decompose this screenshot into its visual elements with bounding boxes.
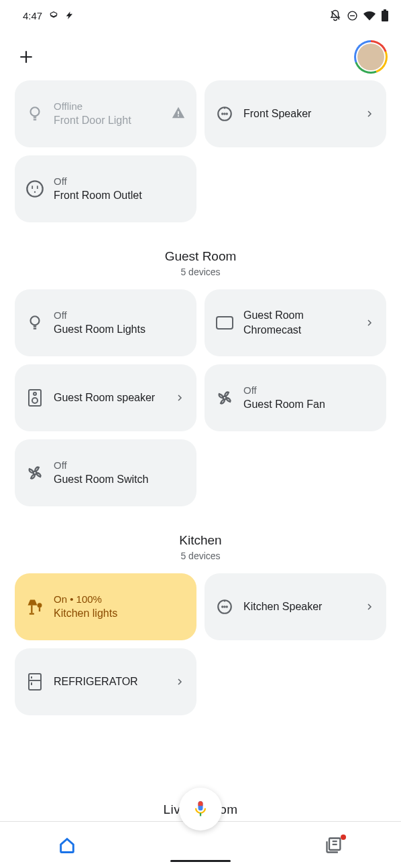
chevron-right-icon [363,317,376,329]
svg-rect-15 [217,317,233,329]
device-title: Front Door Light [54,113,163,128]
device-title: REFRIGERATOR [54,674,166,689]
battery-icon [381,9,389,21]
content-scroll[interactable]: Offline Front Door Light Front Speaker [0,80,401,715]
device-card-guest-room-switch[interactable]: Off Guest Room Switch [15,439,196,506]
status-bar: 4:47 [0,0,401,27]
device-title: Kitchen lights [54,606,186,621]
notifications-off-icon [329,9,341,21]
room-name: Kitchen [15,533,386,548]
device-card-front-door-light[interactable]: Offline Front Door Light [15,80,196,147]
status-app-icon [49,11,58,20]
cast-icon [214,312,235,334]
svg-point-17 [34,392,36,395]
svg-rect-29 [29,674,41,690]
add-button[interactable] [16,47,36,67]
nav-feed[interactable] [321,832,347,859]
device-card-front-room-outlet[interactable]: Off Front Room Outlet [15,155,196,222]
svg-rect-12 [37,186,38,189]
notification-dot [341,835,346,840]
dnd-icon [347,10,358,21]
room-name: Guest Room [15,249,386,264]
device-status: On • 100% [54,593,186,606]
wifi-icon [363,9,376,21]
device-title-line1: Guest Room Chromecast [243,308,355,337]
warning-icon [171,105,186,123]
room-header-kitchen: Kitchen 5 devices [15,506,386,573]
svg-point-13 [34,192,36,193]
top-bar [0,27,401,80]
bulb-icon [24,312,46,334]
svg-point-26 [222,606,223,607]
room-count: 5 devices [15,267,386,277]
fridge-icon [24,671,46,693]
chevron-right-icon [174,392,186,404]
bolt-icon [65,11,74,20]
svg-rect-4 [178,111,179,115]
svg-point-9 [227,113,227,114]
voice-assistant-button[interactable] [179,788,222,830]
device-status: Offline [54,100,163,113]
fan-icon [214,387,235,409]
svg-rect-21 [31,605,32,613]
svg-rect-2 [384,9,386,11]
device-title: Guest Room Switch [54,472,186,487]
chevron-right-icon [363,108,376,120]
device-card-guest-room-speaker[interactable]: Guest Room speaker [15,364,196,431]
device-card-kitchen-speaker[interactable]: Kitchen Speaker [205,573,386,640]
device-title: Guest Room speaker [54,390,166,405]
device-card-guest-room-fan[interactable]: Off Guest Room Fan [205,364,386,431]
svg-point-18 [32,398,38,403]
svg-point-23 [38,603,42,607]
svg-rect-1 [382,11,388,21]
svg-point-7 [222,113,223,114]
account-avatar[interactable] [354,40,388,74]
svg-point-3 [31,107,40,116]
device-card-guest-room-chromecast[interactable]: Guest Room Chromecast [205,289,386,356]
svg-rect-11 [32,186,33,189]
system-nav-handle[interactable] [0,856,401,868]
svg-point-10 [27,181,42,196]
device-card-refrigerator[interactable]: REFRIGERATOR [15,648,196,715]
room-header-guest-room: Guest Room 5 devices [15,222,386,289]
svg-rect-22 [30,613,34,614]
device-status: Off [243,384,376,397]
device-title: Front Speaker [243,106,355,121]
device-card-guest-room-lights[interactable]: Off Guest Room Lights [15,289,196,356]
speaker-mini-icon [214,596,235,618]
room-count: 5 devices [15,551,386,561]
nav-home[interactable] [54,832,80,859]
device-card-kitchen-lights[interactable]: On • 100% Kitchen lights [15,573,196,640]
device-card-front-speaker[interactable]: Front Speaker [205,80,386,147]
svg-point-27 [224,606,225,607]
svg-point-14 [31,316,40,325]
fan-icon [24,462,46,484]
outlet-icon [24,178,46,200]
device-title: Kitchen Speaker [243,599,355,614]
device-status: Off [54,459,186,472]
svg-point-8 [224,113,225,114]
speaker-icon [24,387,46,409]
status-time: 4:47 [23,10,42,21]
device-title: Front Room Outlet [54,188,186,203]
lamp-icon [24,596,46,618]
speaker-mini-icon [214,103,235,125]
device-title: Guest Room Fan [243,397,376,412]
chevron-right-icon [174,676,186,688]
device-status: Off [54,175,186,188]
svg-rect-5 [178,115,179,117]
device-status: Off [54,309,186,322]
svg-rect-24 [39,607,40,611]
device-title: Guest Room Lights [54,322,186,337]
chevron-right-icon [363,601,376,613]
svg-point-28 [227,606,227,607]
bulb-icon [24,103,46,125]
